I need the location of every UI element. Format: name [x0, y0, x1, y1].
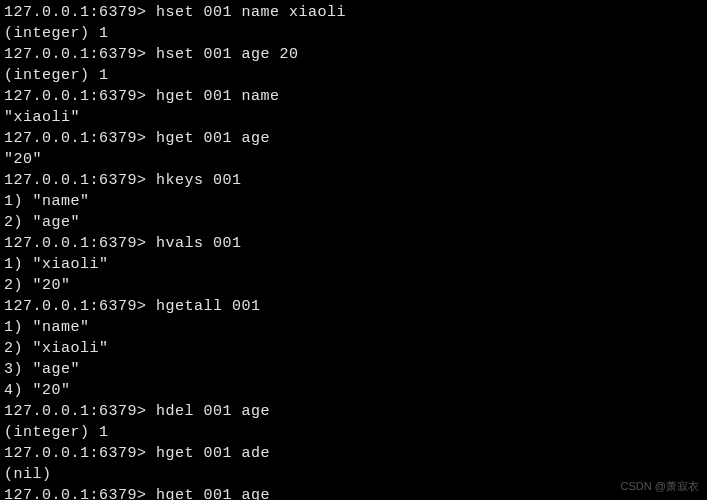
output-line: 3) "age" — [4, 359, 703, 380]
command-line: 127.0.0.1:6379> hset 001 name xiaoli — [4, 2, 703, 23]
prompt: 127.0.0.1:6379> — [4, 487, 147, 500]
prompt: 127.0.0.1:6379> — [4, 130, 147, 147]
prompt: 127.0.0.1:6379> — [4, 46, 147, 63]
output-text: 2) "xiaoli" — [4, 340, 109, 357]
output-text: 2) "20" — [4, 277, 71, 294]
command-line: 127.0.0.1:6379> hget 001 age — [4, 485, 703, 500]
command-text: hvals 001 — [147, 235, 242, 252]
output-line: 4) "20" — [4, 380, 703, 401]
prompt: 127.0.0.1:6379> — [4, 172, 147, 189]
command-text: hget 001 age — [147, 487, 271, 500]
output-line: "xiaoli" — [4, 107, 703, 128]
output-line: (integer) 1 — [4, 65, 703, 86]
command-text: hset 001 age 20 — [147, 46, 299, 63]
output-text: 2) "age" — [4, 214, 80, 231]
output-line: (integer) 1 — [4, 422, 703, 443]
output-text: 4) "20" — [4, 382, 71, 399]
output-text: (integer) 1 — [4, 67, 109, 84]
command-text: hset 001 name xiaoli — [147, 4, 347, 21]
command-text: hgetall 001 — [147, 298, 261, 315]
command-line: 127.0.0.1:6379> hgetall 001 — [4, 296, 703, 317]
command-text: hget 001 name — [147, 88, 280, 105]
output-text: 1) "name" — [4, 193, 90, 210]
command-line: 127.0.0.1:6379> hvals 001 — [4, 233, 703, 254]
output-line: 2) "xiaoli" — [4, 338, 703, 359]
prompt: 127.0.0.1:6379> — [4, 445, 147, 462]
output-line: 1) "xiaoli" — [4, 254, 703, 275]
command-line: 127.0.0.1:6379> hget 001 age — [4, 128, 703, 149]
output-text: "xiaoli" — [4, 109, 80, 126]
prompt: 127.0.0.1:6379> — [4, 88, 147, 105]
command-text: hget 001 ade — [147, 445, 271, 462]
output-text: 3) "age" — [4, 361, 80, 378]
output-text: (integer) 1 — [4, 25, 109, 42]
output-line: 1) "name" — [4, 191, 703, 212]
output-line: 2) "20" — [4, 275, 703, 296]
command-text: hkeys 001 — [147, 172, 242, 189]
prompt: 127.0.0.1:6379> — [4, 403, 147, 420]
command-line: 127.0.0.1:6379> hkeys 001 — [4, 170, 703, 191]
prompt: 127.0.0.1:6379> — [4, 298, 147, 315]
terminal-output[interactable]: 127.0.0.1:6379> hset 001 name xiaoli(int… — [4, 2, 703, 500]
output-line: "20" — [4, 149, 703, 170]
prompt: 127.0.0.1:6379> — [4, 235, 147, 252]
output-text: (nil) — [4, 466, 52, 483]
prompt: 127.0.0.1:6379> — [4, 4, 147, 21]
output-text: "20" — [4, 151, 42, 168]
output-line: 2) "age" — [4, 212, 703, 233]
output-text: (integer) 1 — [4, 424, 109, 441]
command-text: hdel 001 age — [147, 403, 271, 420]
command-text: hget 001 age — [147, 130, 271, 147]
command-line: 127.0.0.1:6379> hget 001 ade — [4, 443, 703, 464]
command-line: 127.0.0.1:6379> hget 001 name — [4, 86, 703, 107]
output-line: (nil) — [4, 464, 703, 485]
output-text: 1) "xiaoli" — [4, 256, 109, 273]
command-line: 127.0.0.1:6379> hset 001 age 20 — [4, 44, 703, 65]
output-text: 1) "name" — [4, 319, 90, 336]
command-line: 127.0.0.1:6379> hdel 001 age — [4, 401, 703, 422]
output-line: 1) "name" — [4, 317, 703, 338]
watermark: CSDN @萧寂衣 — [621, 479, 699, 494]
output-line: (integer) 1 — [4, 23, 703, 44]
